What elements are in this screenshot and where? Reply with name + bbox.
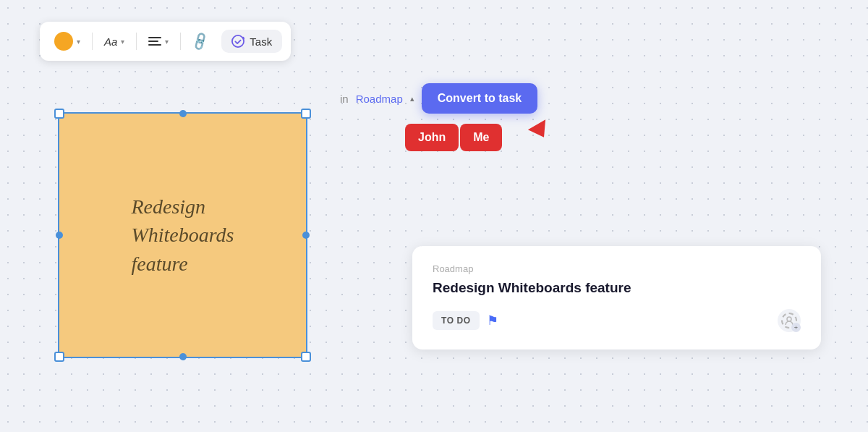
align-chevron-icon: ▾: [165, 38, 169, 46]
sticky-note-text: Redesign Whiteboards feature: [131, 192, 234, 278]
link-button[interactable]: 🔗: [187, 29, 214, 54]
popup-area: in Roadmap ▴ Convert to task John Me: [340, 83, 537, 151]
divider-1: [92, 33, 93, 50]
in-text: in: [340, 93, 349, 105]
handle-top-left[interactable]: [54, 109, 64, 119]
color-chevron-icon: ▾: [77, 38, 80, 46]
flag-icon[interactable]: ⚑: [487, 313, 498, 329]
task-label: Task: [250, 35, 272, 48]
divider-2: [136, 33, 137, 50]
svg-point-0: [232, 35, 244, 47]
font-button[interactable]: Aa ▾: [98, 31, 130, 52]
task-button[interactable]: Task: [221, 30, 282, 53]
handle-top-mid[interactable]: [179, 110, 187, 117]
todo-status-badge[interactable]: TO DO: [433, 311, 480, 330]
add-user-plus-icon: +: [791, 323, 801, 332]
link-icon: 🔗: [190, 30, 211, 52]
user-badges-row: John Me: [405, 124, 537, 151]
font-label: Aa: [104, 35, 117, 48]
task-card: Roadmap Redesign Whiteboards feature TO …: [412, 246, 821, 350]
svg-point-1: [787, 317, 791, 321]
handle-left-mid[interactable]: [56, 232, 63, 239]
handle-right-mid[interactable]: [302, 232, 310, 239]
handle-top-right[interactable]: [301, 109, 311, 119]
sticky-note[interactable]: Redesign Whiteboards feature: [58, 112, 307, 358]
card-project-label: Roadmap: [433, 263, 801, 274]
divider-3: [180, 33, 181, 50]
color-dot: [54, 32, 73, 51]
add-user-button[interactable]: +: [778, 309, 801, 332]
card-footer: TO DO ⚑ +: [433, 309, 801, 332]
handle-bottom-left[interactable]: [54, 352, 64, 362]
color-picker-button[interactable]: ▾: [48, 27, 86, 55]
badge-john: John: [405, 124, 459, 151]
card-footer-left: TO DO ⚑: [433, 311, 498, 330]
formatting-toolbar: ▾ Aa ▾ ▾ 🔗 Task: [40, 22, 291, 61]
convert-to-task-button[interactable]: Convert to task: [422, 83, 537, 114]
roadmap-link[interactable]: Roadmap: [356, 93, 403, 105]
align-icon: [148, 37, 161, 46]
in-roadmap-row: in Roadmap ▴ Convert to task: [340, 83, 537, 114]
align-button[interactable]: ▾: [142, 33, 174, 50]
roadmap-chevron-icon[interactable]: ▴: [410, 94, 414, 103]
handle-bottom-right[interactable]: [301, 352, 311, 362]
font-chevron-icon: ▾: [121, 38, 124, 46]
card-title: Redesign Whiteboards feature: [433, 280, 801, 296]
task-check-icon: [231, 35, 244, 48]
handle-bottom-mid[interactable]: [179, 353, 187, 360]
badge-me: Me: [460, 124, 502, 151]
